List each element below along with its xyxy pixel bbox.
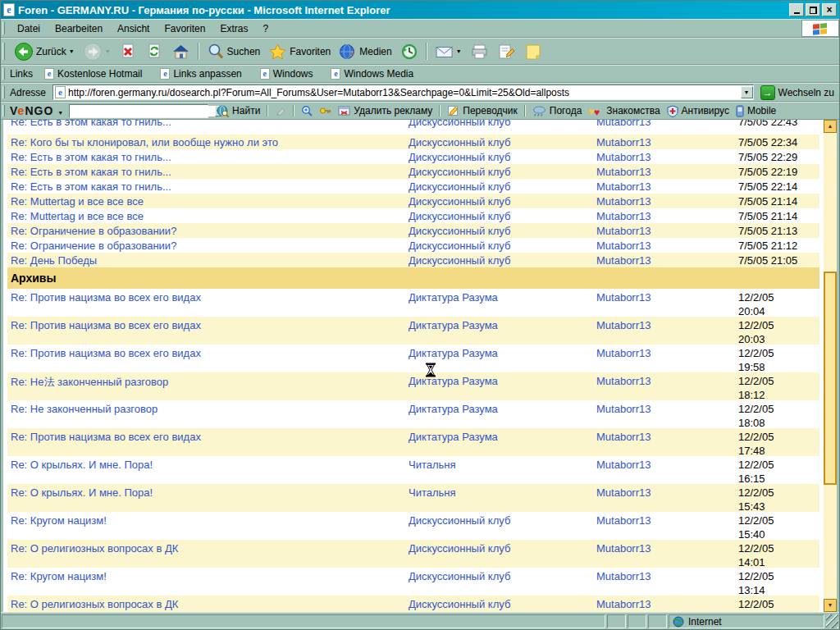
topic-link[interactable]: Re: Ограничение в образовании? <box>11 225 176 237</box>
forum-link[interactable]: Дискуссионный клуб <box>409 514 510 527</box>
forum-link[interactable]: Дискуссионный клуб <box>409 120 510 128</box>
weather-button[interactable]: Погода <box>529 104 586 117</box>
go-button[interactable]: → Wechseln zu <box>760 85 834 100</box>
user-link[interactable]: Mutaborr13 <box>596 210 651 222</box>
resize-grip[interactable] <box>826 614 838 628</box>
topic-link[interactable]: Re: О крыльях. И мне. Пора! <box>11 459 153 471</box>
forum-link[interactable]: Дискуссионный клуб <box>409 598 510 610</box>
forum-link[interactable]: Дискуссионный клуб <box>409 151 510 163</box>
topic-link[interactable]: Re: Есть в этом какая то гниль... <box>11 151 171 163</box>
scroll-up-button[interactable]: ▲ <box>824 120 837 133</box>
menu-item-favoriten[interactable]: Favoriten <box>157 21 212 37</box>
forum-link[interactable]: Дискуссионный клуб <box>409 210 510 222</box>
link-item-windows[interactable]: eWindows <box>260 68 313 80</box>
topic-link[interactable]: Re: О крыльях. И мне. Пора! <box>11 486 153 499</box>
discuss-button[interactable] <box>520 41 546 62</box>
link-item-links-anpassen[interactable]: eLinks anpassen <box>160 68 241 80</box>
topic-link[interactable]: Re: О религиозных вопросах в ДК <box>11 542 178 555</box>
topic-link[interactable]: Re: Против нацизма во всех его видах <box>11 319 201 331</box>
forum-link[interactable]: Дискуссионный клуб <box>409 166 510 178</box>
user-link[interactable]: Mutaborr13 <box>596 151 651 163</box>
menu-item-extras[interactable]: Extras <box>212 21 255 37</box>
topic-link[interactable]: Re: О религиозных вопросах в ДК <box>11 598 178 610</box>
user-link[interactable]: Mutaborr13 <box>596 136 651 148</box>
forum-link[interactable]: Дискуссионный клуб <box>409 254 510 267</box>
user-link[interactable]: Mutaborr13 <box>596 195 651 208</box>
user-link[interactable]: Mutaborr13 <box>596 598 651 610</box>
edit-button[interactable] <box>493 41 520 62</box>
menu-item-datei[interactable]: Datei <box>10 21 48 37</box>
highlight-button[interactable] <box>272 104 290 117</box>
antivirus-button[interactable]: Антивирус <box>664 104 733 118</box>
forum-link[interactable]: Дискуссионный клуб <box>409 542 510 555</box>
toolbar-gripper[interactable] <box>2 68 5 80</box>
stop-button[interactable] <box>115 41 141 62</box>
topic-link[interactable]: Re: Кругом нацизм! <box>11 570 107 582</box>
user-link[interactable]: Mutaborr13 <box>596 375 651 387</box>
home-button[interactable] <box>167 41 194 62</box>
dating-button[interactable]: ♥ ♥ Знакомства <box>585 104 663 117</box>
forum-link[interactable]: Диктатура Разума <box>409 347 498 359</box>
toolbar-gripper[interactable] <box>2 22 5 34</box>
topic-link[interactable]: Re: Есть в этом какая то гниль... <box>11 180 171 193</box>
link-item-windows-media[interactable]: eWindows Media <box>331 68 413 80</box>
forward-dropdown-icon[interactable]: ▼ <box>105 48 111 54</box>
forum-link[interactable]: Дискуссионный клуб <box>409 225 510 237</box>
scrollbar-thumb[interactable] <box>824 272 837 485</box>
topic-link[interactable]: Re: Не законченный разговор <box>11 403 158 415</box>
user-link[interactable]: Mutaborr13 <box>596 403 651 415</box>
user-link[interactable]: Mutaborr13 <box>596 166 651 178</box>
menu-item-ansicht[interactable]: Ansicht <box>110 21 157 37</box>
mail-button[interactable]: ▼ <box>431 41 466 62</box>
vengo-logo[interactable]: VeNGO ▼ <box>10 104 64 117</box>
user-link[interactable]: Mutaborr13 <box>596 459 651 471</box>
topic-link[interactable]: Re: Кругом нацизм! <box>11 514 107 527</box>
restore-button[interactable] <box>806 3 820 16</box>
user-link[interactable]: Mutaborr13 <box>596 120 651 128</box>
toolbar-gripper[interactable] <box>2 43 5 61</box>
toolbar-gripper[interactable] <box>2 86 5 98</box>
user-link[interactable]: Mutaborr13 <box>596 240 651 252</box>
topic-link[interactable]: Re: Против нацизма во всех его видах <box>11 347 201 359</box>
vengo-find-button[interactable]: Найти <box>213 104 263 118</box>
topic-link[interactable]: Re: Muttertag и все все все <box>11 195 144 208</box>
user-link[interactable]: Mutaborr13 <box>596 542 651 555</box>
forum-link[interactable]: Читальня <box>409 486 456 499</box>
forum-link[interactable]: Диктатура Разума <box>409 431 498 443</box>
remove-ads-button[interactable]: Удалить рекламу <box>335 104 436 117</box>
topic-link[interactable]: Re: Кого бы ты клонировал, или вообще ну… <box>11 136 278 148</box>
topic-link[interactable]: Re: Против нацизма во всех его видах <box>11 431 201 443</box>
topic-link[interactable]: Re: Ограничение в образовании? <box>11 240 176 252</box>
minimize-button[interactable] <box>789 3 804 16</box>
topic-link[interactable]: Re: Есть в этом какая то гниль... <box>11 166 171 178</box>
forum-link[interactable]: Читальня <box>409 459 456 471</box>
user-link[interactable]: Mutaborr13 <box>596 431 651 443</box>
user-link[interactable]: Mutaborr13 <box>596 347 651 359</box>
forum-link[interactable]: Дискуссионный клуб <box>409 180 510 193</box>
translator-button[interactable]: Переводчик <box>444 104 521 117</box>
mail-dropdown-icon[interactable]: ▼ <box>456 48 462 54</box>
forum-link[interactable]: Диктатура Разума <box>409 375 498 387</box>
forum-link[interactable]: Диктатура Разума <box>409 291 498 304</box>
user-link[interactable]: Mutaborr13 <box>596 319 651 331</box>
user-link[interactable]: Mutaborr13 <box>596 180 651 193</box>
favorites-button[interactable]: Favoriten <box>264 41 335 62</box>
user-link[interactable]: Mutaborr13 <box>596 254 651 267</box>
user-link[interactable]: Mutaborr13 <box>596 291 651 304</box>
address-dropdown-button[interactable]: ▼ <box>741 86 753 98</box>
vengo-search-input[interactable] <box>70 106 215 116</box>
topic-link[interactable]: Re: Muttertag и все все все <box>11 210 144 222</box>
topic-link[interactable]: Re: Не法 законченный разговор <box>11 375 168 390</box>
link-item-kostenlose-hotmail[interactable]: eKostenlose Hotmail <box>44 68 142 80</box>
scroll-down-button[interactable]: ▼ <box>824 599 837 612</box>
menu-item-hilfe[interactable]: ? <box>255 21 276 37</box>
forum-link[interactable]: Дискуссионный клуб <box>409 136 510 148</box>
zoom-button[interactable] <box>298 104 316 117</box>
user-link[interactable]: Mutaborr13 <box>596 514 651 527</box>
toolbar-gripper[interactable] <box>2 105 5 116</box>
vertical-scrollbar[interactable]: ▲ ▼ <box>824 120 837 612</box>
menu-item-bearbeiten[interactable]: Bearbeiten <box>48 21 110 37</box>
back-dropdown-icon[interactable]: ▼ <box>69 48 75 54</box>
media-button[interactable]: ♪ Medien <box>335 41 395 62</box>
key-button[interactable] <box>316 104 335 117</box>
